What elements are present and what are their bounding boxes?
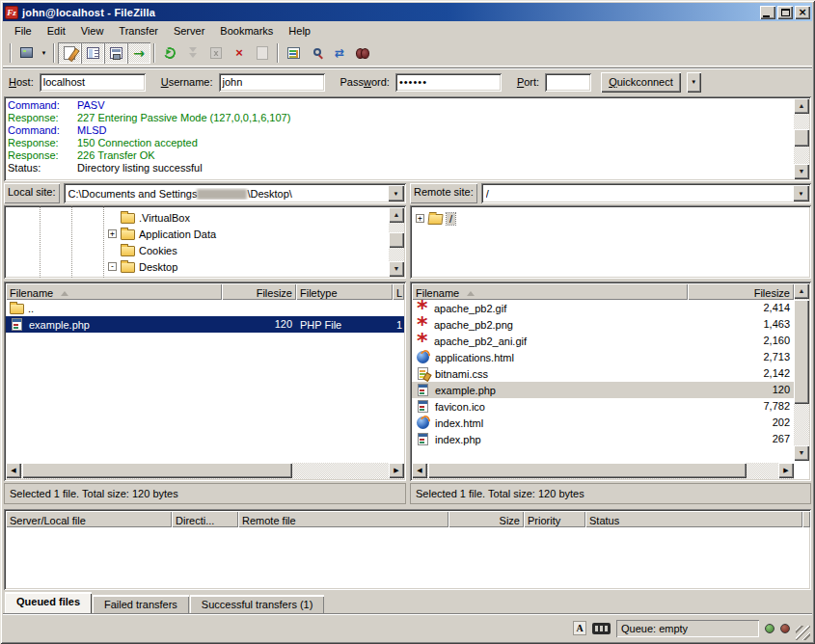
quickconnect-button[interactable]: Quickconnect (601, 72, 681, 93)
column-header-direction[interactable]: Directi... (172, 511, 238, 527)
folder-icon (121, 246, 135, 256)
column-header-filetype[interactable]: Filetype (296, 283, 393, 300)
toolbar: ▼ → x × ⇄ (3, 40, 812, 67)
site-manager-button[interactable] (14, 42, 38, 64)
remote-site-combo[interactable]: / ▼ (481, 183, 811, 203)
toggle-transfer-queue-button[interactable]: → (127, 42, 150, 64)
scroll-right-icon[interactable]: ▶ (778, 463, 794, 478)
port-input[interactable] (545, 73, 591, 92)
filter-button[interactable] (282, 42, 305, 64)
remote-list-header: Filename Filesize (412, 283, 794, 300)
scrollbar-thumb[interactable] (794, 300, 809, 404)
scrollbar-thumb[interactable] (428, 463, 747, 478)
menu-file[interactable]: File (7, 23, 40, 39)
remote-horizontal-scrollbar[interactable]: ◀ ▶ (412, 463, 794, 479)
quickconnect-dropdown-button[interactable]: ▼ (687, 72, 701, 93)
menu-help[interactable]: Help (281, 23, 318, 39)
expand-icon[interactable]: + (416, 214, 424, 223)
scroll-up-icon[interactable]: ▲ (389, 207, 404, 223)
list-item[interactable]: index.html202 (412, 415, 794, 431)
close-button[interactable]: × (795, 6, 810, 19)
column-header-filesize[interactable]: Filesize (688, 283, 794, 300)
reconnect-button[interactable] (251, 42, 274, 64)
collapse-icon[interactable]: - (108, 262, 117, 271)
username-input[interactable]: john (219, 73, 325, 92)
refresh-button[interactable] (158, 42, 181, 64)
scrollbar-thumb[interactable] (794, 129, 809, 147)
local-tree-scrollbar[interactable]: ▲ ▼ (389, 207, 404, 277)
list-item[interactable]: index.php267 (412, 431, 794, 447)
column-header-size[interactable]: Size (448, 511, 524, 527)
list-item[interactable]: favicon.ico7,782 (412, 398, 794, 415)
synchronized-browsing-button[interactable]: ⇄ (328, 42, 351, 64)
toggle-message-log-button[interactable] (58, 42, 81, 64)
column-header-server-local-file[interactable]: Server/Local file (6, 511, 172, 527)
scroll-up-icon[interactable]: ▲ (794, 98, 809, 114)
menu-edit[interactable]: Edit (40, 23, 73, 39)
list-item[interactable]: apache_pb2_ani.gif2,160 (412, 333, 794, 349)
column-header-filename[interactable]: Filename (6, 283, 222, 300)
remote-vertical-scrollbar[interactable]: ▲ ▼ (794, 283, 809, 461)
column-header-lastmodified[interactable]: L (393, 283, 404, 300)
scroll-down-icon[interactable]: ▼ (794, 164, 809, 179)
list-item-selected[interactable]: example.php120 (412, 382, 794, 398)
column-header-status[interactable]: Status (585, 511, 802, 527)
tree-item-desktop[interactable]: -Desktop (108, 258, 389, 275)
find-files-button[interactable] (351, 42, 374, 64)
tab-failed-transfers[interactable]: Failed transfers (93, 595, 189, 613)
queue-tabs: Queued files Failed transfers Successful… (5, 592, 325, 613)
list-item-parent-dir[interactable]: .. (6, 300, 404, 316)
site-manager-dropdown-button[interactable]: ▼ (38, 42, 50, 64)
tree-item-application-data[interactable]: +Application Data (108, 226, 389, 242)
scroll-up-icon[interactable]: ▲ (794, 283, 809, 299)
expand-icon[interactable]: + (108, 229, 117, 238)
filezilla-window: Fz john@localhost - FileZilla × File Edi… (0, 0, 815, 644)
menu-transfer[interactable]: Transfer (111, 23, 166, 39)
list-item-example-php[interactable]: example.php 120 PHP File 1 (6, 316, 404, 333)
toggle-local-tree-button[interactable] (81, 42, 104, 64)
scroll-right-icon[interactable]: ▶ (389, 463, 404, 478)
local-horizontal-scrollbar[interactable]: ◀ ▶ (6, 463, 404, 479)
column-header-filename[interactable]: Filename (412, 283, 688, 300)
local-tree-icon (87, 47, 99, 59)
maximize-button[interactable] (777, 6, 793, 19)
scroll-down-icon[interactable]: ▼ (794, 445, 809, 461)
column-header-remote-file[interactable]: Remote file (238, 511, 448, 527)
tree-item-virtualbox[interactable]: .VirtualBox (108, 209, 389, 226)
column-header-priority[interactable]: Priority (524, 511, 585, 527)
scroll-left-icon[interactable]: ◀ (6, 463, 21, 478)
process-queue-button[interactable] (181, 42, 204, 64)
cancel-operation-button[interactable]: x (204, 42, 228, 64)
password-input[interactable]: •••••• (395, 73, 502, 92)
tree-item-cookies[interactable]: Cookies (108, 242, 389, 258)
log-scrollbar[interactable]: ▲ ▼ (794, 98, 809, 179)
scrollbar-thumb[interactable] (389, 232, 404, 248)
menu-server[interactable]: Server (166, 23, 212, 39)
menu-bookmarks[interactable]: Bookmarks (212, 23, 281, 39)
combo-dropdown-button[interactable]: ▼ (793, 185, 809, 201)
tab-successful-transfers[interactable]: Successful transfers (1) (190, 595, 325, 613)
list-item[interactable]: applications.html2,713 (412, 349, 794, 365)
remote-file-list: Filename Filesize apache_pb2.gif2,414 ap… (410, 282, 811, 481)
toggle-remote-tree-button[interactable] (104, 42, 127, 64)
scroll-left-icon[interactable]: ◀ (412, 463, 427, 478)
disconnect-button[interactable]: × (228, 42, 251, 64)
scroll-down-icon[interactable]: ▼ (389, 261, 404, 277)
directory-comparison-button[interactable] (305, 42, 328, 64)
menu-view[interactable]: View (73, 23, 112, 39)
reconnect-icon (257, 46, 268, 60)
list-item[interactable]: apache_pb2.gif2,414 (412, 300, 794, 316)
local-site-combo[interactable]: C:\Documents and Settings\Desktop\ ▼ (64, 183, 406, 203)
scrollbar-thumb[interactable] (22, 463, 292, 478)
list-item[interactable]: bitnami.css2,142 (412, 365, 794, 382)
column-header-filesize[interactable]: Filesize (222, 283, 296, 300)
site-manager-icon (20, 47, 33, 58)
combo-dropdown-button[interactable]: ▼ (388, 185, 404, 201)
minimize-button[interactable] (760, 6, 775, 19)
host-input[interactable]: localhost (40, 73, 146, 92)
list-item[interactable]: apache_pb2.png1,463 (412, 316, 794, 333)
tab-queued-files[interactable]: Queued files (5, 592, 92, 613)
status-bar: A Queue: empty (3, 616, 812, 640)
resize-grip[interactable] (796, 626, 810, 640)
tree-item-root[interactable]: +/ (416, 210, 807, 227)
